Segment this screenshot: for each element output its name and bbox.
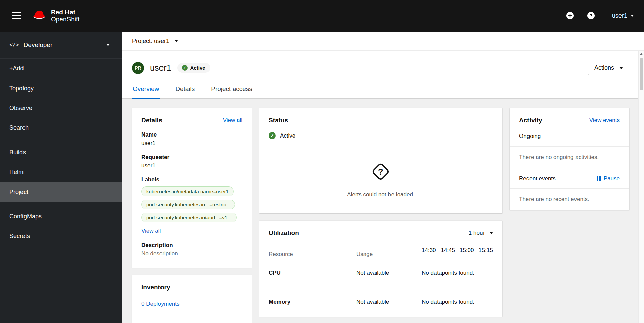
add-plus-circle-icon[interactable] (562, 8, 578, 23)
sidebar-item-secrets[interactable]: Secrets (0, 226, 122, 246)
sidebar-item-add[interactable]: +Add (0, 59, 122, 78)
developer-code-icon: </> (9, 42, 19, 48)
main-area: Project: user1 PR user1 Active Actions (122, 32, 644, 323)
left-column: Details View all Name user1 Requester us… (132, 108, 252, 323)
chevron-down-icon (106, 44, 110, 46)
scroll-up-arrow-icon[interactable] (640, 53, 643, 55)
datapoints-message: No datapoints found. (422, 270, 493, 276)
alerts-message: Alerts could not be loaded. (347, 191, 414, 198)
labels-view-all-link[interactable]: View all (141, 228, 161, 234)
utilization-row-cpu: CPU Not available No datapoints found. (269, 270, 493, 276)
recent-events-label: Recent events (519, 175, 556, 182)
scrollbar-thumb[interactable] (640, 58, 643, 90)
right-column: Activity View events Ongoing There are n… (510, 108, 629, 210)
redhat-fedora-icon (32, 9, 47, 22)
resource-column-header: Resource (269, 251, 356, 258)
status-card: Status Active Alerts could not be loaded… (259, 108, 502, 213)
details-card-title: Details (141, 117, 162, 124)
svg-text:?: ? (590, 13, 593, 18)
utilization-card-header: Utilization 1 hour (269, 229, 493, 237)
project-selector-dropdown[interactable]: Project: user1 (132, 38, 178, 45)
duration-dropdown[interactable]: 1 hour (469, 230, 493, 236)
recent-empty-message: There are no recent events. (510, 189, 629, 210)
label-pill[interactable]: pod-security.kubernetes.io/aud...=v1... (141, 213, 237, 222)
time-tick: 14:45 (441, 247, 455, 258)
label-pill[interactable]: pod-security.kubernetes.io...=restric... (141, 200, 235, 209)
sidebar-nav: </> Developer +Add Topology Observe Sear… (0, 32, 122, 323)
duration-label: 1 hour (469, 230, 485, 236)
page-title: user1 (150, 63, 171, 73)
pause-icon (597, 176, 601, 181)
labels-label: Labels (141, 176, 242, 183)
view-events-link[interactable]: View events (589, 117, 620, 124)
perspective-switcher[interactable]: </> Developer (0, 32, 122, 59)
help-question-circle-icon[interactable]: ? (583, 8, 599, 23)
tab-project-access[interactable]: Project access (210, 85, 253, 99)
sidebar-group-config: ConfigMaps Secrets (0, 207, 122, 246)
status-card-title: Status (269, 117, 288, 124)
dashboard-content: Details View all Name user1 Requester us… (122, 99, 644, 323)
brand-logo[interactable]: Red Hat OpenShift (32, 9, 80, 23)
time-tick: 15:00 (460, 247, 474, 258)
inventory-card-title: Inventory (141, 284, 242, 291)
username-label: user1 (612, 12, 627, 19)
time-tick-label: 14:30 (422, 247, 436, 254)
chevron-down-icon (175, 40, 178, 42)
label-pill[interactable]: kubernetes.io/metadata.name=user1 (141, 186, 234, 196)
brand-text: Red Hat OpenShift (51, 9, 80, 23)
usage-column-header: Usage (356, 251, 422, 258)
brand-line2: OpenShift (51, 16, 80, 23)
sidebar-item-helm[interactable]: Helm (0, 162, 122, 182)
unknown-question-diamond-icon (371, 162, 390, 181)
time-tick: 15:15 (478, 247, 493, 258)
sidebar-item-builds[interactable]: Builds (0, 143, 122, 162)
utilization-card: Utilization 1 hour Resource Usage (259, 221, 502, 317)
requester-value: user1 (141, 162, 242, 169)
hamburger-menu-icon[interactable] (9, 9, 25, 23)
activity-card: Activity View events Ongoing There are n… (510, 108, 629, 210)
details-view-all-link[interactable]: View all (223, 117, 242, 124)
status-badge: Active (177, 63, 210, 73)
name-value: user1 (141, 140, 242, 147)
sidebar-item-observe[interactable]: Observe (0, 98, 122, 118)
time-tick-label: 15:00 (460, 247, 474, 254)
activity-card-header: Activity View events (510, 117, 629, 124)
masthead: Red Hat OpenShift ? user1 (0, 0, 644, 32)
project-selector-bar: Project: user1 (122, 32, 644, 51)
ongoing-empty-message: There are no ongoing activities. (510, 147, 629, 168)
sidebar-item-search[interactable]: Search (0, 118, 122, 138)
sidebar-item-topology[interactable]: Topology (0, 78, 122, 98)
description-label: Description (141, 242, 242, 249)
vertical-scrollbar[interactable] (638, 51, 644, 323)
recent-events-row: Recent events Pause (510, 168, 629, 188)
resource-name: CPU (269, 270, 356, 276)
status-badge-label: Active (190, 65, 205, 71)
scroll-region: PR user1 Active Actions Overview (122, 51, 644, 323)
user-menu[interactable]: user1 (612, 12, 634, 19)
time-tick-label: 14:45 (441, 247, 455, 254)
sidebar-item-configmaps[interactable]: ConfigMaps (0, 207, 122, 226)
details-card-header: Details View all (141, 117, 242, 124)
actions-dropdown-button[interactable]: Actions (588, 61, 629, 75)
tab-details[interactable]: Details (175, 85, 195, 99)
actions-label: Actions (594, 64, 614, 71)
deployments-count-link[interactable]: 0 Deployments (141, 301, 179, 307)
details-card: Details View all Name user1 Requester us… (132, 108, 252, 268)
sidebar-item-project[interactable]: Project (0, 182, 122, 202)
usage-value: Not available (356, 299, 422, 305)
pause-events-button[interactable]: Pause (597, 175, 620, 182)
body-row: </> Developer +Add Topology Observe Sear… (0, 32, 644, 323)
name-label: Name (141, 131, 242, 138)
activity-card-title: Activity (519, 117, 542, 124)
brand-line1: Red Hat (51, 9, 80, 16)
description-value: No description (141, 250, 242, 257)
chevron-down-icon (490, 232, 493, 234)
utilization-card-title: Utilization (269, 229, 299, 237)
middle-column: Status Active Alerts could not be loaded… (259, 108, 502, 317)
sidebar-group-resources: Builds Helm Project (0, 143, 122, 202)
status-state-label: Active (280, 132, 295, 139)
status-card-header: Status (259, 117, 502, 124)
resource-name: Memory (269, 299, 356, 305)
project-selector-label: Project: user1 (132, 38, 169, 45)
tab-overview[interactable]: Overview (132, 85, 160, 99)
